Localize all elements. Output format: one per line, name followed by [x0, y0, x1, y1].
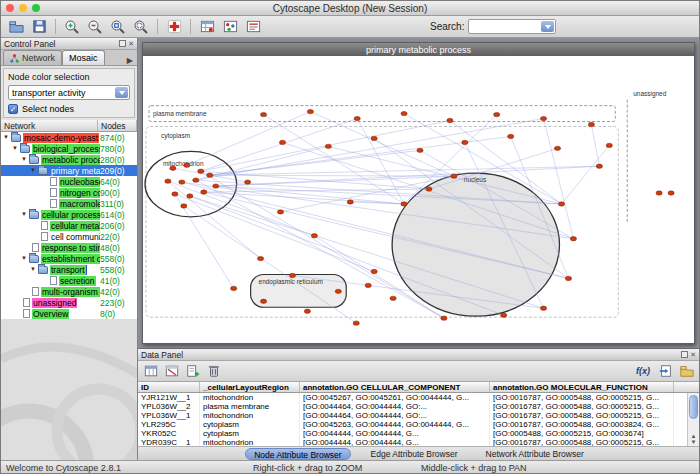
tree-item-transport[interactable]: ▼transport558(0) — [1, 264, 137, 275]
vizmapper-button[interactable] — [219, 17, 241, 36]
network-node[interactable] — [172, 192, 178, 196]
network-node[interactable] — [558, 202, 564, 206]
network-node[interactable] — [187, 194, 193, 198]
tree-item-unassigned[interactable]: unassigned223(0) — [1, 297, 137, 308]
network-frame-titlebar[interactable]: primary metabolic process — [143, 43, 694, 56]
network-node[interactable] — [231, 286, 237, 290]
tab-network-attribute-browser[interactable]: Network Attribute Browser — [478, 448, 592, 460]
network-node[interactable] — [304, 309, 310, 313]
close-panel-button[interactable]: ✕ — [690, 351, 696, 358]
network-node[interactable] — [257, 256, 263, 260]
save-session-button[interactable] — [28, 17, 50, 36]
network-node[interactable] — [371, 269, 377, 273]
table-row[interactable]: YLR295Ccytoplasm[GO:0045263, GO:0044444,… — [138, 420, 699, 429]
network-node[interactable] — [365, 283, 371, 287]
column-header-annotation-go-molecular-function[interactable]: annotation.GO MOLECULAR_FUNCTION — [490, 382, 674, 392]
tree-column-nodes[interactable]: Nodes — [98, 120, 137, 131]
annotation-button[interactable] — [242, 17, 264, 36]
network-node[interactable] — [508, 134, 514, 138]
column-header-cellularlayoutregion[interactable]: _cellularLayoutRegion — [200, 382, 300, 392]
tab-node-attribute-browser[interactable]: Node Attribute Browser — [245, 448, 350, 460]
search-dropdown-arrow-icon[interactable] — [541, 21, 554, 32]
network-canvas[interactable]: plasma membranecytoplasmmitochondrionnuc… — [143, 56, 694, 343]
tree-item-cell-communicati[interactable]: cell communicati...22(0) — [1, 231, 137, 242]
network-node[interactable] — [426, 187, 432, 191]
network-node[interactable] — [441, 316, 447, 320]
tree-item-mosaic-demo-yeast[interactable]: ▼mosaic-demo-yeast874(0) — [1, 132, 137, 143]
tab-edge-attribute-browser[interactable]: Edge Attribute Browser — [363, 448, 466, 460]
network-node[interactable] — [165, 179, 171, 183]
network-node[interactable] — [540, 306, 546, 310]
tree-item-metabolic-process[interactable]: ▼metabolic process280(0) — [1, 154, 137, 165]
network-node[interactable] — [201, 190, 207, 194]
tree-expander-icon[interactable]: ▼ — [12, 143, 20, 154]
create-attribute-button[interactable] — [183, 363, 202, 380]
network-node[interactable] — [596, 164, 602, 168]
network-node[interactable] — [335, 289, 341, 293]
network-node[interactable] — [401, 111, 407, 115]
network-node[interactable] — [401, 202, 407, 206]
network-node[interactable] — [207, 173, 213, 177]
zoom-selected-button[interactable] — [107, 17, 129, 36]
network-node[interactable] — [554, 146, 560, 150]
tree-item-macromolecule[interactable]: macromolecule...311(0) — [1, 198, 137, 209]
network-node[interactable] — [353, 321, 359, 325]
network-node[interactable] — [289, 273, 295, 277]
network-edge[interactable] — [216, 166, 600, 186]
close-panel-button[interactable]: ✕ — [128, 40, 134, 47]
network-node[interactable] — [279, 140, 285, 144]
node-color-dropdown[interactable]: transporter activity — [8, 85, 130, 100]
tree-item-nucleobase[interactable]: nucleobase-...64(0) — [1, 176, 137, 187]
tab-network[interactable]: Network — [3, 50, 62, 65]
network-node[interactable] — [540, 116, 546, 120]
network-edge[interactable] — [591, 125, 599, 167]
network-edge[interactable] — [168, 181, 314, 236]
network-node[interactable] — [354, 116, 360, 120]
network-node[interactable] — [311, 234, 317, 238]
network-node[interactable] — [451, 174, 457, 178]
zoom-fit-button[interactable] — [130, 17, 152, 36]
network-edge[interactable] — [187, 112, 311, 166]
open-attribute-file-button[interactable] — [677, 363, 696, 380]
table-row[interactable]: YPL036W__2plasma membrane[GO:0044464, GO… — [138, 402, 699, 411]
network-node[interactable] — [213, 184, 219, 188]
tree-item-biological-process[interactable]: ▼biological_process780(0) — [1, 143, 137, 154]
network-node[interactable] — [494, 112, 500, 116]
first-aid-button[interactable] — [163, 17, 185, 36]
network-edge[interactable] — [216, 176, 454, 186]
table-row[interactable]: YJR121W__1mitochondrion[GO:0045267, GO:0… — [138, 393, 699, 402]
tree-expander-icon[interactable]: ▼ — [21, 154, 29, 165]
tree-column-network[interactable]: Network — [1, 120, 98, 131]
network-node[interactable] — [245, 180, 251, 184]
zoom-in-button[interactable] — [61, 17, 83, 36]
unselect-attributes-button[interactable] — [162, 363, 181, 380]
network-node[interactable] — [198, 169, 204, 173]
network-node[interactable] — [390, 296, 396, 300]
dropdown-arrow-icon[interactable] — [115, 87, 128, 98]
network-node[interactable] — [606, 143, 612, 147]
tree-expander-icon[interactable]: ▼ — [30, 165, 38, 176]
table-vertical-scrollbar[interactable]: ▲ ▼ — [687, 393, 699, 446]
tree-expander-icon[interactable]: ▼ — [30, 264, 38, 275]
network-node[interactable] — [417, 148, 423, 152]
open-session-button[interactable] — [5, 17, 27, 36]
network-edge[interactable] — [201, 119, 357, 172]
tree-expander-icon[interactable]: ▼ — [3, 132, 11, 143]
tree-expander-icon[interactable]: ▼ — [21, 253, 29, 264]
table-row[interactable]: YDR039C__1mitochondrion[GO:0044444, GO:0… — [138, 438, 699, 446]
network-node[interactable] — [668, 191, 674, 195]
tree-expander-icon[interactable]: ▼ — [21, 209, 29, 220]
tree-item-establishment-of-lo[interactable]: ▼establishment of lo...558(0) — [1, 253, 137, 264]
network-node[interactable] — [260, 112, 266, 116]
network-edge[interactable] — [561, 145, 609, 204]
network-node[interactable] — [325, 144, 331, 148]
network-node[interactable] — [565, 276, 571, 280]
zoom-out-button[interactable] — [84, 17, 106, 36]
tree-item-overview[interactable]: Overview8(0) — [1, 308, 137, 319]
network-node[interactable] — [656, 191, 662, 195]
tree-item-primary-metabo[interactable]: ▼primary metabo...209(0) — [1, 165, 137, 176]
network-node[interactable] — [260, 299, 266, 303]
network-node[interactable] — [347, 200, 353, 204]
network-node[interactable] — [181, 204, 187, 208]
network-node[interactable] — [462, 140, 468, 144]
